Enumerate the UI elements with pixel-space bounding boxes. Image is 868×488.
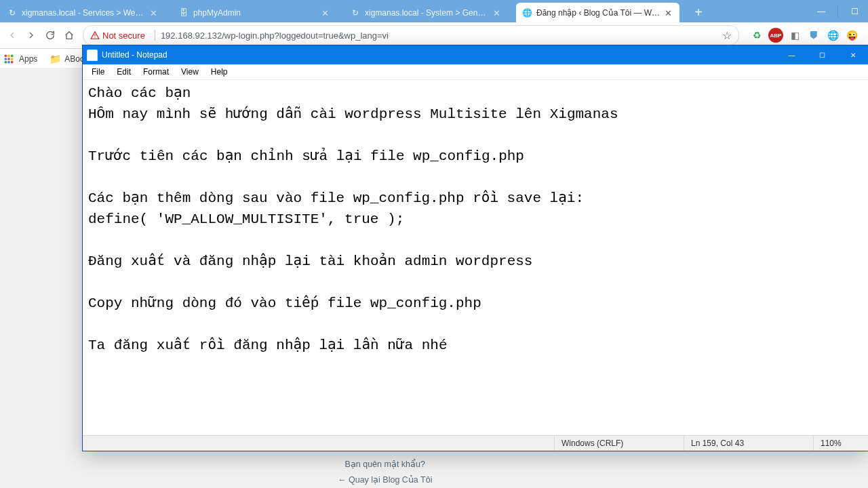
shield-ext-icon[interactable]: ⛊: [806, 28, 821, 43]
not-secure-badge[interactable]: Not secure: [90, 30, 145, 41]
status-cursor-pos: Ln 159, Col 43: [684, 436, 813, 451]
svg-point-7: [4, 60, 7, 63]
abp-icon[interactable]: ABP: [768, 28, 783, 43]
not-secure-label: Not secure: [102, 30, 145, 41]
notepad-window-controls: — ☐ ✕: [776, 45, 868, 64]
tab-title: phpMyAdmin: [193, 8, 317, 18]
reload-button[interactable]: [41, 26, 60, 45]
svg-point-1: [4, 54, 7, 57]
url-text: 192.168.92.132/wp-login.php?loggedout=tr…: [161, 30, 389, 41]
close-icon[interactable]: ✕: [150, 8, 159, 18]
globe-icon: 🌐: [521, 7, 532, 18]
recycle-icon[interactable]: ♻: [749, 28, 764, 43]
menu-view[interactable]: View: [175, 64, 205, 79]
svg-point-4: [4, 58, 7, 60]
xigmanas-icon: ↻: [7, 7, 18, 18]
new-tab-button[interactable]: +: [690, 4, 707, 20]
emoji-ext-icon[interactable]: 😜: [844, 28, 859, 43]
tab-0[interactable]: ↻ xigmanas.local - Services > Web… ✕: [1, 3, 165, 22]
phpmyadmin-icon: 🗄: [178, 7, 189, 18]
chrome-minimize-button[interactable]: —: [808, 1, 835, 22]
apps-label: Apps: [19, 54, 37, 64]
bookmark-ext-icon[interactable]: ◧: [787, 28, 802, 43]
extension-icons: ♻ ABP ◧ ⛊ 🌐 😜: [747, 28, 861, 43]
minimize-button[interactable]: —: [776, 45, 807, 64]
svg-point-2: [7, 54, 10, 57]
close-icon[interactable]: ✕: [493, 8, 502, 18]
svg-point-3: [11, 54, 14, 57]
status-zoom: 110%: [813, 436, 868, 451]
menu-edit[interactable]: Edit: [111, 64, 137, 79]
tab-1[interactable]: 🗄 phpMyAdmin ✕: [173, 3, 336, 22]
svg-point-0: [94, 37, 95, 37]
maximize-button[interactable]: ☐: [807, 45, 837, 64]
globe-ext-icon[interactable]: 🌐: [825, 28, 840, 43]
apps-shortcut[interactable]: Apps: [4, 54, 37, 64]
notepad-menu: File Edit Format View Help: [83, 64, 868, 80]
notepad-title-bar[interactable]: Untitled - Notepad — ☐ ✕: [83, 45, 868, 64]
chrome-maximize-button[interactable]: ☐: [841, 1, 868, 22]
xigmanas-icon: ↻: [350, 7, 361, 18]
tab-strip: ↻ xigmanas.local - Services > Web… ✕ 🗄 p…: [0, 0, 868, 22]
svg-point-6: [11, 58, 14, 60]
close-icon[interactable]: ✕: [321, 8, 331, 18]
tab-title: Đăng nhập ‹ Blog Của Tôi — Wo…: [536, 8, 660, 18]
omnibox[interactable]: Not secure 192.168.92.132/wp-login.php?l…: [83, 25, 739, 45]
status-encoding: Windows (CRLF): [554, 436, 684, 451]
close-button[interactable]: ✕: [837, 45, 868, 64]
svg-point-9: [11, 60, 14, 63]
tab-3[interactable]: 🌐 Đăng nhập ‹ Blog Của Tôi — Wo… ✕: [516, 3, 679, 22]
notepad-title: Untitled - Notepad: [102, 50, 167, 60]
back-button[interactable]: [3, 26, 22, 45]
forward-button[interactable]: [22, 26, 41, 45]
back-to-site-link[interactable]: ← Quay lại Blog Của Tôi: [338, 474, 432, 485]
folder-icon: 📁: [50, 54, 60, 64]
tab-title: xigmanas.local - System > Gene…: [365, 8, 489, 18]
notepad-window: Untitled - Notepad — ☐ ✕ File Edit Forma…: [83, 45, 868, 451]
tab-title: xigmanas.local - Services > Web…: [22, 8, 146, 18]
home-button[interactable]: [60, 26, 79, 45]
menu-file[interactable]: File: [85, 64, 111, 79]
svg-point-5: [7, 58, 10, 60]
menu-format[interactable]: Format: [137, 64, 175, 79]
notepad-text-area[interactable]: Chào các bạn HÔm nay mình sẽ hướng dẫn c…: [83, 80, 868, 435]
star-icon[interactable]: ☆: [722, 29, 732, 42]
forgot-password-link[interactable]: Bạn quên mật khẩu?: [338, 459, 432, 469]
close-icon[interactable]: ✕: [665, 8, 674, 18]
notepad-icon: [87, 49, 98, 61]
apps-icon: [4, 54, 15, 64]
menu-help[interactable]: Help: [205, 64, 234, 79]
tab-2[interactable]: ↻ xigmanas.local - System > Gene… ✕: [344, 3, 508, 22]
chrome-window-controls: — ☐: [808, 0, 868, 22]
svg-point-8: [7, 60, 10, 63]
notepad-status-bar: Windows (CRLF) Ln 159, Col 43 110%: [83, 435, 868, 451]
